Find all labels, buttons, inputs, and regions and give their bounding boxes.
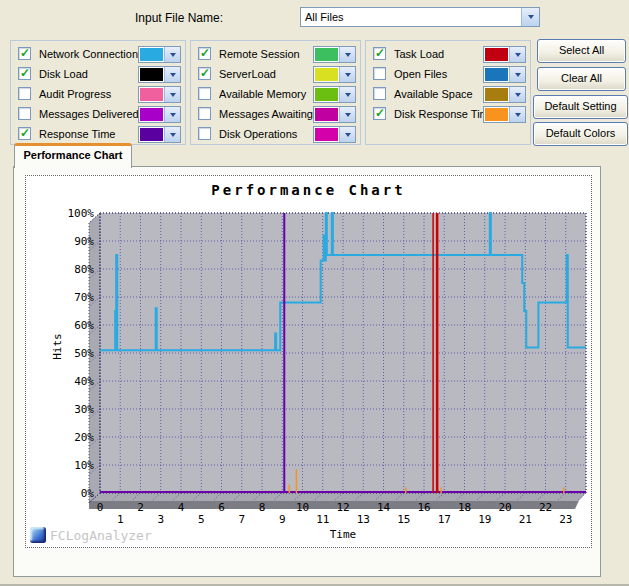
input-file-value: All Files (301, 8, 521, 26)
series-label: Open Files (394, 68, 447, 80)
chevron-down-icon[interactable] (339, 87, 355, 102)
chevron-down-icon[interactable] (339, 107, 355, 122)
y-tick-label: 50% (74, 347, 94, 360)
series-color-dropdown[interactable] (313, 46, 356, 63)
chevron-down-icon[interactable] (339, 47, 355, 62)
checkmark-icon: ✓ (375, 106, 385, 120)
chevron-down-icon[interactable] (509, 87, 525, 102)
series-label: Messages Delivered (39, 108, 139, 120)
tab-performance-chart[interactable]: Performance Chart (14, 143, 132, 168)
x-tick-label: 2 (137, 501, 144, 514)
series-label: Remote Session (219, 48, 300, 60)
y-tick-label: 70% (74, 291, 94, 304)
default-colors-button[interactable]: Default Colors (533, 122, 628, 146)
series-color-dropdown[interactable] (483, 86, 526, 103)
color-swatch (140, 48, 163, 61)
series-color-dropdown[interactable] (138, 126, 181, 143)
series-color-dropdown[interactable] (313, 66, 356, 83)
series-checkbox[interactable]: ✓ (198, 67, 211, 80)
performance-chart-plot: 100%90%80%70%60%50%40%30%20%10%0%0123456… (26, 176, 593, 549)
series-checkbox[interactable]: ✓ (198, 87, 211, 100)
series-label: Disk Operations (219, 128, 297, 140)
series-row: ✓ Open Files (366, 64, 530, 85)
checkmark-icon: ✓ (20, 126, 30, 140)
x-tick-label: 5 (198, 513, 205, 526)
series-checkbox[interactable]: ✓ (18, 107, 31, 120)
checkmark-icon: ✓ (200, 66, 210, 80)
color-swatch (315, 108, 338, 121)
series-checkbox[interactable]: ✓ (18, 87, 31, 100)
series-checkbox[interactable]: ✓ (18, 127, 31, 140)
series-color-dropdown[interactable] (138, 86, 181, 103)
series-checkbox[interactable]: ✓ (18, 47, 31, 60)
series-checkbox[interactable]: ✓ (373, 67, 386, 80)
series-row: ✓ Disk Response Time (366, 104, 530, 125)
series-row: ✓ Messages Awaiting (191, 104, 360, 125)
series-group-1: ✓ Network Connections ✓ Disk Load ✓ Audi… (10, 40, 186, 145)
color-swatch (140, 108, 163, 121)
y-tick-label: 10% (74, 459, 94, 472)
x-tick-label: 7 (238, 513, 245, 526)
color-swatch (315, 88, 338, 101)
series-checkbox[interactable]: ✓ (198, 107, 211, 120)
chevron-down-icon[interactable] (521, 8, 539, 26)
series-color-dropdown[interactable] (138, 46, 181, 63)
chevron-down-icon[interactable] (164, 67, 180, 82)
series-label: Audit Progress (39, 88, 111, 100)
series-color-dropdown[interactable] (313, 106, 356, 123)
input-file-label: Input File Name: (135, 11, 223, 25)
chart-canvas: Performance Chart 100%90%80%70%60%50%40%… (25, 175, 592, 548)
chevron-down-icon[interactable] (339, 67, 355, 82)
series-color-dropdown[interactable] (313, 86, 356, 103)
y-tick-label: 20% (74, 431, 94, 444)
x-tick-label: 4 (178, 501, 185, 514)
color-swatch (485, 108, 508, 121)
series-row: ✓ ServerLoad (191, 64, 360, 85)
series-checkbox[interactable]: ✓ (198, 127, 211, 140)
chevron-down-icon[interactable] (339, 127, 355, 142)
series-color-dropdown[interactable] (483, 66, 526, 83)
chevron-down-icon[interactable] (509, 47, 525, 62)
color-swatch (485, 68, 508, 81)
chevron-down-icon[interactable] (164, 47, 180, 62)
series-label: Disk Load (39, 68, 88, 80)
y-tick-label: 90% (74, 235, 94, 248)
series-checkbox[interactable]: ✓ (373, 47, 386, 60)
series-color-dropdown[interactable] (483, 106, 526, 123)
app-logo-icon (30, 527, 46, 543)
series-color-dropdown[interactable] (138, 66, 181, 83)
chevron-down-icon[interactable] (164, 107, 180, 122)
series-label: Task Load (394, 48, 444, 60)
select-all-button[interactable]: Select All (537, 39, 626, 63)
x-tick-label: 19 (478, 513, 491, 526)
color-swatch (140, 128, 163, 141)
series-checkbox[interactable]: ✓ (198, 47, 211, 60)
y-axis-label: Hits (51, 333, 64, 360)
x-tick-label: 10 (296, 501, 309, 514)
y-tick-label: 100% (68, 207, 95, 220)
color-swatch (485, 48, 508, 61)
series-checkbox[interactable]: ✓ (373, 87, 386, 100)
series-color-dropdown[interactable] (483, 46, 526, 63)
series-label: Network Connections (39, 48, 144, 60)
chevron-down-icon[interactable] (164, 87, 180, 102)
series-color-dropdown[interactable] (138, 106, 181, 123)
input-file-dropdown[interactable]: All Files (300, 7, 540, 27)
app-window: Input File Name: All Files ✓ Network Con… (0, 0, 629, 586)
default-setting-button[interactable]: Default Setting (533, 95, 628, 119)
series-color-dropdown[interactable] (313, 126, 356, 143)
color-swatch (315, 68, 338, 81)
chevron-down-icon[interactable] (509, 67, 525, 82)
series-row: ✓ Audit Progress (11, 84, 185, 105)
chevron-down-icon[interactable] (164, 127, 180, 142)
chevron-down-icon[interactable] (509, 107, 525, 122)
x-tick-label: 14 (377, 501, 391, 514)
series-checkbox[interactable]: ✓ (373, 107, 386, 120)
x-tick-label: 17 (438, 513, 451, 526)
y-tick-label: 80% (74, 263, 94, 276)
clear-all-button[interactable]: Clear All (537, 67, 626, 91)
series-row: ✓ Disk Load (11, 64, 185, 85)
y-tick-label: 0% (81, 487, 95, 500)
color-swatch (140, 68, 163, 81)
series-checkbox[interactable]: ✓ (18, 67, 31, 80)
